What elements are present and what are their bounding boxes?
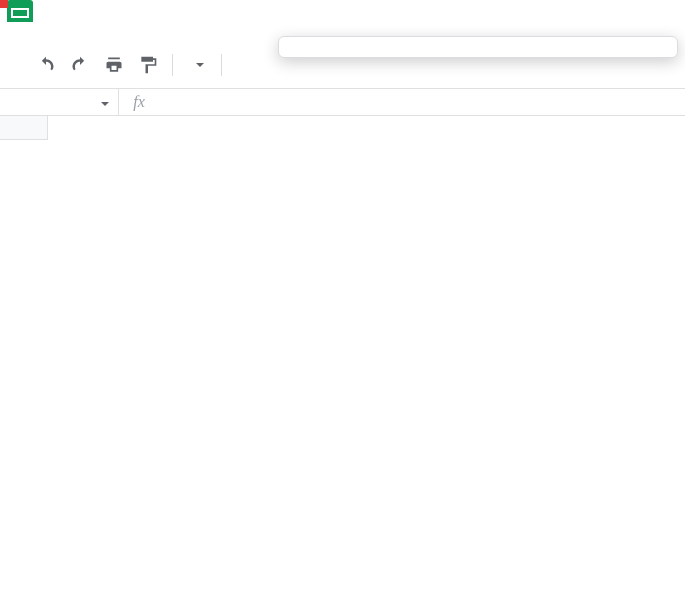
spreadsheet-grid[interactable]	[0, 116, 685, 595]
chevron-down-icon	[100, 99, 110, 109]
sheets-app-icon[interactable]	[0, 0, 40, 30]
toolbar-separator	[221, 54, 222, 76]
toolbar-separator	[172, 54, 173, 76]
name-box[interactable]	[0, 89, 118, 115]
undo-button[interactable]	[30, 49, 62, 81]
print-button[interactable]	[98, 49, 130, 81]
redo-button[interactable]	[64, 49, 96, 81]
fx-icon: fx	[119, 93, 159, 111]
select-all-corner[interactable]	[0, 116, 48, 140]
formula-bar-row: fx	[0, 88, 685, 116]
paint-format-button[interactable]	[132, 49, 164, 81]
toolbar	[30, 45, 228, 85]
column-headers	[0, 116, 685, 140]
zoom-dropdown[interactable]	[181, 60, 213, 70]
format-menu-dropdown	[278, 36, 678, 58]
chevron-down-icon	[195, 60, 205, 70]
